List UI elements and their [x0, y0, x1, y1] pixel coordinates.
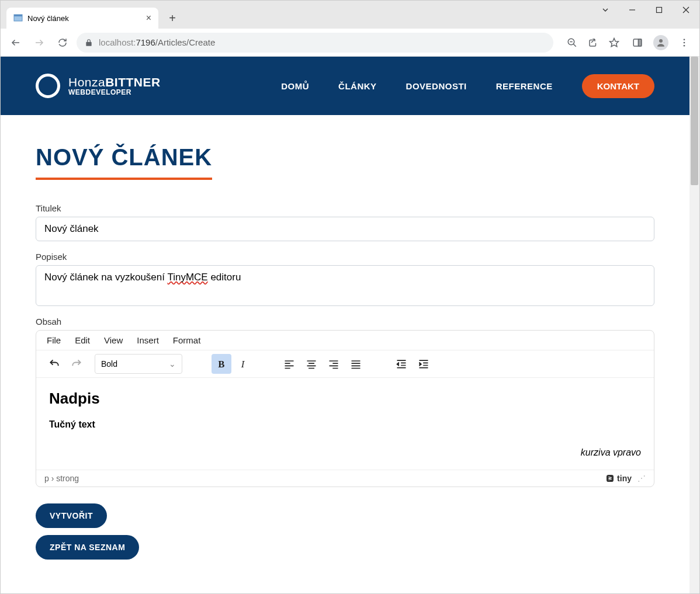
bold-button[interactable]: B	[212, 354, 231, 374]
nav-links: DOMŮ ČLÁNKY DOVEDNOSTI REFERENCE KONTAKT	[281, 74, 654, 98]
side-panel-icon[interactable]	[628, 33, 647, 52]
back-button[interactable]	[6, 33, 25, 52]
richtext-editor: File Edit View Insert Format Bold ⌄	[36, 330, 654, 487]
reload-button[interactable]	[53, 33, 72, 52]
window-controls	[592, 1, 699, 19]
profile-avatar[interactable]	[652, 33, 670, 52]
bookmark-icon[interactable]	[605, 33, 623, 52]
editor-menubar: File Edit View Insert Format	[36, 331, 654, 350]
maximize-button[interactable]	[646, 1, 673, 19]
nav-cta-contact[interactable]: KONTAKT	[582, 74, 654, 98]
site-navbar: HonzaBITTNER WEBDEVELOPER DOMŮ ČLÁNKY DO…	[1, 57, 689, 115]
close-window-button[interactable]	[673, 1, 699, 19]
svg-point-15	[659, 39, 663, 43]
align-left-button[interactable]	[279, 354, 299, 374]
content-italic-right: kurziva vpravo	[49, 447, 641, 458]
page-content: HonzaBITTNER WEBDEVELOPER DOMŮ ČLÁNKY DO…	[1, 57, 689, 593]
svg-point-16	[684, 39, 685, 40]
menu-icon[interactable]	[675, 33, 694, 52]
field-content: Obsah File Edit View Insert Format	[36, 317, 654, 487]
svg-rect-14	[639, 39, 642, 46]
svg-rect-1	[14, 15, 22, 16]
url-input[interactable]: localhost:7196/Articles/Create	[77, 33, 553, 53]
browser-address-bar: localhost:7196/Articles/Create	[1, 29, 699, 57]
svg-point-18	[684, 44, 685, 46]
submit-button[interactable]: VYTVOŘIT	[36, 503, 107, 528]
svg-marker-11	[610, 38, 619, 46]
menu-insert[interactable]: Insert	[137, 335, 159, 345]
nav-link-skills[interactable]: DOVEDNOSTI	[406, 81, 467, 91]
format-select-value: Bold	[101, 359, 117, 369]
nav-link-articles[interactable]: ČLÁNKY	[338, 81, 377, 91]
back-to-list-button[interactable]: ZPĚT NA SEZNAM	[36, 535, 139, 560]
editor-statusbar: p › strong tiny ⋰	[36, 470, 654, 487]
format-select[interactable]: Bold ⌄	[95, 354, 182, 374]
scrollbar-thumb[interactable]	[691, 57, 698, 185]
svg-text:I: I	[241, 359, 245, 370]
input-description[interactable]: Nový článek na vyzkoušení TinyMCE editor…	[36, 265, 654, 306]
svg-rect-3	[657, 8, 662, 13]
browser-titlebar: Nový článek × +	[1, 1, 699, 29]
lock-icon	[85, 39, 93, 47]
new-tab-button[interactable]: +	[163, 9, 182, 27]
vertical-scrollbar[interactable]	[689, 57, 699, 593]
indent-button[interactable]	[414, 354, 434, 374]
svg-line-9	[573, 44, 576, 47]
close-tab-icon[interactable]: ×	[146, 13, 151, 23]
page-favicon	[13, 13, 23, 23]
form-buttons: VYTVOŘIT ZPĚT NA SEZNAM	[36, 503, 654, 560]
site-logo[interactable]: HonzaBITTNER WEBDEVELOPER	[36, 74, 161, 98]
browser-tab[interactable]: Nový článek ×	[6, 8, 158, 29]
align-justify-button[interactable]	[346, 354, 366, 374]
form-container: NOVÝ ČLÁNEK Titulek Popisek Nový článek …	[1, 115, 689, 589]
logo-text: HonzaBITTNER WEBDEVELOPER	[68, 75, 161, 96]
editor-brand[interactable]: tiny	[605, 474, 632, 483]
input-title[interactable]	[36, 217, 654, 241]
nav-link-references[interactable]: REFERENCE	[496, 81, 553, 91]
forward-button[interactable]	[30, 33, 48, 52]
align-right-button[interactable]	[324, 354, 344, 374]
svg-rect-45	[607, 475, 614, 482]
menu-edit[interactable]: Edit	[75, 335, 90, 345]
label-content: Obsah	[36, 317, 654, 326]
menu-view[interactable]: View	[104, 335, 123, 345]
label-description: Popisek	[36, 252, 654, 262]
editor-path[interactable]: p › strong	[44, 474, 79, 483]
content-bold-text: Tučný text	[49, 419, 641, 430]
page-viewport: HonzaBITTNER WEBDEVELOPER DOMŮ ČLÁNKY DO…	[1, 57, 699, 593]
editor-body[interactable]: Nadpis Tučný text kurziva vpravo	[36, 378, 654, 470]
url-text: localhost:7196/Articles/Create	[99, 37, 215, 47]
field-title: Titulek	[36, 203, 654, 241]
italic-button[interactable]: I	[234, 354, 254, 374]
redo-button[interactable]	[67, 354, 86, 374]
minimize-button[interactable]	[619, 1, 646, 19]
resize-handle-icon[interactable]: ⋰	[637, 474, 646, 483]
field-description: Popisek Nový článek na vyzkoušení TinyMC…	[36, 252, 654, 306]
chevron-down-icon: ⌄	[169, 359, 176, 369]
browser-window: Nový článek × + localhost:7196/Articles/…	[0, 0, 700, 594]
content-heading: Nadpis	[49, 390, 641, 408]
menu-format[interactable]: Format	[173, 335, 201, 345]
zoom-icon[interactable]	[563, 33, 581, 52]
nav-link-home[interactable]: DOMŮ	[281, 81, 309, 91]
logo-circle-icon	[36, 74, 60, 98]
share-icon[interactable]	[584, 33, 602, 52]
tab-title: Nový článek	[27, 14, 69, 23]
label-title: Titulek	[36, 203, 654, 213]
tabs-dropdown-icon[interactable]	[592, 1, 619, 19]
tiny-logo-icon	[605, 474, 615, 483]
editor-toolbar: Bold ⌄ B I	[36, 350, 654, 378]
menu-file[interactable]: File	[47, 335, 61, 345]
page-title: NOVÝ ČLÁNEK	[36, 144, 212, 180]
svg-point-17	[684, 41, 685, 43]
outdent-button[interactable]	[391, 354, 411, 374]
svg-text:B: B	[218, 359, 224, 370]
align-center-button[interactable]	[302, 354, 321, 374]
undo-button[interactable]	[44, 354, 64, 374]
